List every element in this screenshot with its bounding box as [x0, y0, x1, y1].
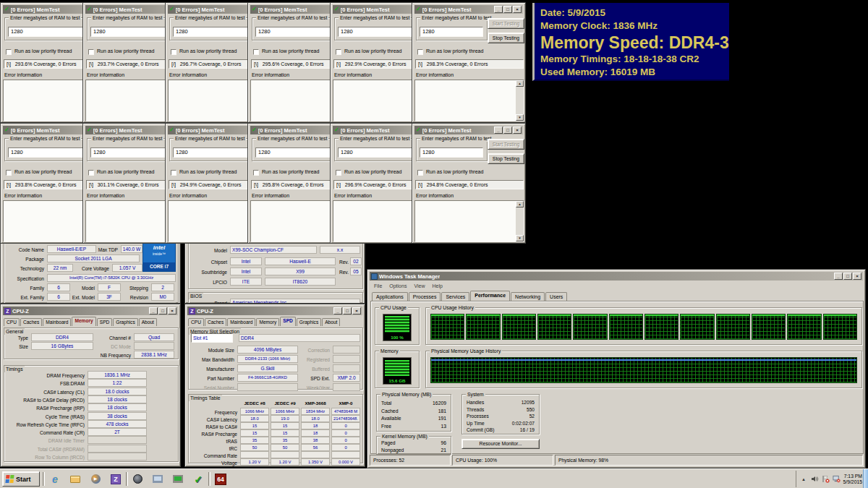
globe-launcher[interactable] [129, 471, 146, 487]
maximize-button[interactable]: □ [503, 6, 512, 13]
computer-launcher[interactable] [149, 471, 166, 487]
tab-performance[interactable]: Performance [470, 291, 510, 301]
scroll-track[interactable] [516, 87, 524, 114]
close-button[interactable]: × [513, 127, 522, 134]
ram-input[interactable]: 1280 [420, 147, 483, 158]
system-tray: ▲ 7:13 PM 5/9/2015 [796, 471, 862, 487]
tab-graphics[interactable]: Graphics [297, 318, 321, 326]
tab-services[interactable]: Services [441, 292, 469, 301]
tab-cpu[interactable]: CPU [4, 318, 20, 326]
table-column-header: JEDEC #9 [271, 400, 299, 406]
low-priority-checkbox[interactable] [417, 170, 423, 176]
tab-processes[interactable]: Processes [409, 292, 441, 301]
tab-graphics[interactable]: Graphics [113, 318, 137, 326]
tab-memory[interactable]: Memory [256, 318, 279, 326]
error-scrollbar[interactable]: ▲ ▼ [516, 80, 524, 121]
menu-file[interactable]: File [371, 282, 385, 290]
stop-testing-button[interactable]: Stop Testing [488, 153, 524, 164]
memtest-titlebar[interactable]: ✓ [0 Errors] MemTest _ □ × [414, 5, 523, 14]
tab-networking[interactable]: Networking [511, 292, 545, 301]
low-priority-checkbox[interactable] [171, 170, 176, 176]
low-priority-checkbox[interactable] [336, 49, 341, 55]
low-priority-checkbox[interactable] [88, 170, 94, 176]
tab-mainboard[interactable]: Mainboard [227, 318, 255, 326]
explorer-launcher[interactable] [67, 471, 84, 487]
close-button[interactable]: × [853, 273, 861, 280]
start-testing-button[interactable]: Start Testing [488, 139, 524, 150]
scroll-up-icon[interactable]: ▲ [516, 201, 524, 207]
taskman-titlebar[interactable]: Windows Task Manager _ □ × [370, 272, 863, 281]
desktop[interactable]: ✓ [0 Errors] MemTest _ □ × Enter megabyt… [0, 0, 868, 488]
maximize-button[interactable]: □ [503, 127, 512, 134]
action-center-flag-icon[interactable] [822, 475, 830, 483]
low-priority-checkbox[interactable] [6, 49, 12, 55]
minimize-button[interactable]: _ [149, 307, 158, 314]
maximize-button[interactable]: □ [343, 307, 352, 314]
maximize-button[interactable]: □ [158, 307, 167, 314]
tab-about[interactable]: About [139, 318, 157, 326]
ie-launcher[interactable]: e [46, 471, 64, 487]
minimize-button[interactable]: _ [494, 6, 503, 13]
scroll-up-icon[interactable]: ▲ [516, 80, 524, 87]
tab-caches[interactable]: Caches [205, 318, 226, 326]
table-cell: 19.0 [271, 415, 299, 422]
hw64-launcher[interactable]: 64 [212, 471, 229, 487]
low-priority-label: Run as low priority thread [262, 48, 319, 53]
minimize-button[interactable]: _ [834, 273, 843, 280]
scroll-down-icon[interactable]: ▼ [516, 114, 524, 121]
tab-mainboard[interactable]: Mainboard [43, 318, 71, 326]
error-info-box[interactable]: ▲ ▼ [414, 80, 524, 121]
low-priority-checkbox[interactable] [171, 49, 176, 55]
stop-testing-button[interactable]: Stop Testing [488, 33, 524, 43]
tab-spd[interactable]: SPD [280, 317, 296, 326]
menu-view[interactable]: View [411, 282, 427, 290]
network-icon[interactable] [833, 475, 841, 483]
cpuz-titlebar[interactable]: Z CPU-Z _ □ × [187, 307, 362, 315]
memory-history-graph [430, 357, 857, 383]
memtest-launcher[interactable]: ✓ [190, 471, 207, 487]
cpuz-launcher[interactable]: Z [107, 471, 124, 487]
tab-users[interactable]: Users [545, 292, 567, 301]
show-desktop-button[interactable] [863, 469, 868, 488]
tab-caches[interactable]: Caches [20, 318, 42, 326]
start-testing-button[interactable]: Start Testing [488, 18, 524, 29]
error-info-box[interactable]: ▲ ▼ [414, 200, 524, 242]
low-priority-checkbox[interactable] [88, 49, 94, 55]
tab-applications[interactable]: Applications [372, 292, 408, 301]
tab-about[interactable]: About [322, 318, 340, 326]
display-launcher[interactable] [169, 471, 187, 487]
close-button[interactable]: × [352, 307, 361, 314]
close-button[interactable]: × [168, 307, 176, 314]
scroll-track[interactable] [516, 207, 524, 235]
tab-spd[interactable]: SPD [97, 318, 113, 326]
tab-memory[interactable]: Memory [72, 317, 95, 326]
menu-help[interactable]: Help [429, 282, 445, 290]
low-priority-checkbox[interactable] [417, 49, 423, 55]
minimize-button[interactable]: _ [494, 127, 503, 134]
slot-dropdown[interactable]: Slot #1 [191, 333, 233, 343]
media-player-launcher[interactable]: ▶ [87, 471, 104, 487]
volume-icon[interactable] [811, 475, 819, 483]
close-button[interactable]: × [513, 6, 522, 13]
error-scrollbar[interactable]: ▲ ▼ [516, 201, 524, 241]
resource-monitor-button[interactable]: Resource Monitor... [461, 439, 540, 449]
tray-clock[interactable]: 7:13 PM 5/9/2015 [843, 474, 862, 485]
maximize-button[interactable]: □ [843, 273, 852, 280]
ram-input[interactable]: 1280 [420, 27, 483, 37]
cpuz-titlebar[interactable]: Z CPU-Z _ □ × [3, 307, 178, 315]
menu-options[interactable]: Options [386, 282, 409, 290]
table-cell: 18.0 [301, 415, 330, 422]
minimize-button[interactable]: _ [333, 307, 342, 314]
hidden-icons-chevron[interactable]: ▲ [800, 475, 808, 483]
timing-row-value [88, 436, 147, 444]
southbridge-value: X99 [265, 267, 336, 275]
table-cell: 50 [271, 444, 299, 451]
scroll-down-icon[interactable]: ▼ [516, 235, 524, 241]
low-priority-checkbox[interactable] [253, 49, 259, 55]
tab-cpu[interactable]: CPU [188, 318, 204, 326]
low-priority-checkbox[interactable] [6, 170, 12, 176]
low-priority-checkbox[interactable] [253, 170, 259, 176]
memtest-titlebar[interactable]: ✓ [0 Errors] MemTest _ □ × [414, 126, 523, 134]
start-button[interactable]: Start [2, 471, 40, 487]
low-priority-checkbox[interactable] [336, 170, 341, 176]
